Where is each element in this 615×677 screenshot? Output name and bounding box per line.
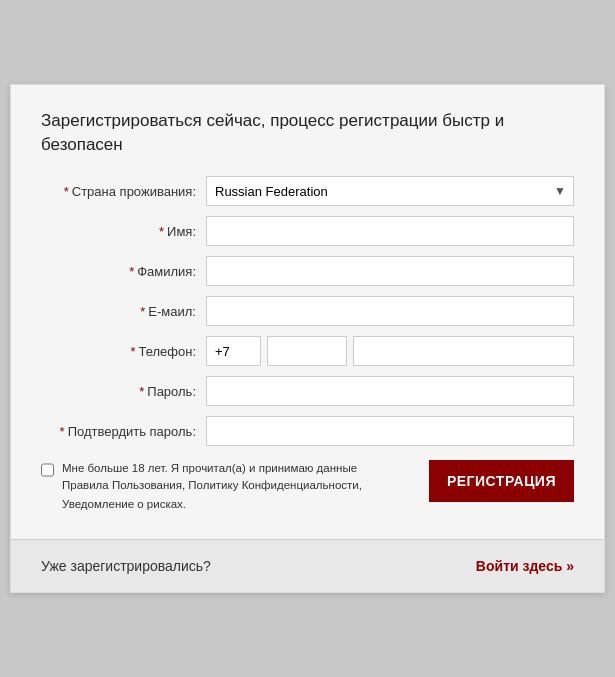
country-select[interactable]: Russian Federation — [206, 176, 574, 206]
last-name-row: *Фамилия: — [41, 256, 574, 286]
last-name-input[interactable] — [206, 256, 574, 286]
register-button[interactable]: РЕГИСТРАЦИЯ — [429, 460, 574, 502]
form-section: Зарегистрироваться сейчас, процесс регис… — [11, 85, 604, 539]
country-label: *Страна проживания: — [41, 184, 206, 199]
country-row: *Страна проживания: Russian Federation ▼ — [41, 176, 574, 206]
last-name-label: *Фамилия: — [41, 264, 206, 279]
phone-row: *Телефон: — [41, 336, 574, 366]
email-row: *Е-маил: — [41, 296, 574, 326]
password-label: *Пароль: — [41, 384, 206, 399]
email-label: *Е-маил: — [41, 304, 206, 319]
required-star: * — [60, 424, 65, 439]
required-star: * — [130, 344, 135, 359]
required-star: * — [129, 264, 134, 279]
phone-label: *Телефон: — [41, 344, 206, 359]
required-star: * — [64, 184, 69, 199]
login-link[interactable]: Войти здесь » — [476, 558, 574, 574]
terms-text: Мне больше 18 лет. Я прочитал(а) и прини… — [62, 460, 419, 513]
email-input[interactable] — [206, 296, 574, 326]
first-name-input[interactable] — [206, 216, 574, 246]
password-input[interactable] — [206, 376, 574, 406]
first-name-row: *Имя: — [41, 216, 574, 246]
footer-text: Уже зарегистрировались? — [41, 558, 211, 574]
password-row: *Пароль: — [41, 376, 574, 406]
registration-card: Зарегистрироваться сейчас, процесс регис… — [10, 84, 605, 593]
page-title: Зарегистрироваться сейчас, процесс регис… — [41, 109, 574, 157]
required-star: * — [139, 384, 144, 399]
confirm-password-label: *Подтвердить пароль: — [41, 424, 206, 439]
confirm-password-row: *Подтвердить пароль: — [41, 416, 574, 446]
checkbox-main-text: Мне больше 18 лет. Я прочитал(а) и прини… — [62, 460, 419, 476]
country-select-wrapper: Russian Federation ▼ — [206, 176, 574, 206]
checkbox-links: Правила Пользования, Политику Конфиденци… — [62, 476, 419, 513]
checkbox-section: Мне больше 18 лет. Я прочитал(а) и прини… — [41, 460, 419, 513]
confirm-password-input[interactable] — [206, 416, 574, 446]
required-star: * — [140, 304, 145, 319]
bottom-row: Мне больше 18 лет. Я прочитал(а) и прини… — [41, 460, 574, 513]
phone-number-input[interactable] — [353, 336, 574, 366]
footer-bar: Уже зарегистрировались? Войти здесь » — [11, 539, 604, 592]
phone-code-input[interactable] — [206, 336, 261, 366]
phone-area-input[interactable] — [267, 336, 347, 366]
required-star: * — [159, 224, 164, 239]
first-name-label: *Имя: — [41, 224, 206, 239]
terms-checkbox[interactable] — [41, 463, 54, 477]
